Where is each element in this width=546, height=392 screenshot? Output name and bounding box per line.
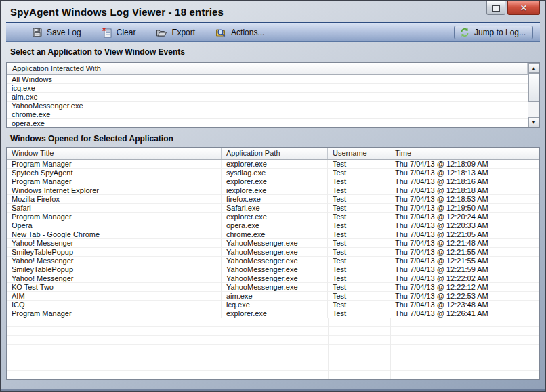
application-list-item[interactable]: All Windows xyxy=(7,75,528,84)
save-log-label: Save Log xyxy=(47,28,81,37)
cell-username: Test xyxy=(328,160,390,169)
windows-section-heading: Windows Opened for Selected Application xyxy=(6,130,540,147)
cell-window-title: Yahoo! Messenger xyxy=(7,274,222,283)
cell-time: Thu 7/04/13 @ 12:20:24 AM xyxy=(390,213,539,221)
application-list-body: All Windowsicq.exeaim.exeYahooMessenger.… xyxy=(7,75,528,127)
cell-window-title: AIM xyxy=(7,292,222,301)
table-row[interactable]: Yahoo! Messenger YahooMessenger.exe Test… xyxy=(7,239,539,248)
cell-time: Thu 7/04/13 @ 12:18:16 AM xyxy=(390,177,539,186)
save-log-icon xyxy=(32,27,43,38)
table-row[interactable]: SmileyTablePopup YahooMessenger.exe Test… xyxy=(7,248,539,257)
cell-window-title: ICQ xyxy=(7,301,222,309)
cell-username: Test xyxy=(328,239,390,248)
column-header-window-title[interactable]: Window Title xyxy=(7,148,222,159)
application-list-item[interactable]: icq.exe xyxy=(7,84,528,93)
cell-window-title: Spytech SpyAgent xyxy=(7,169,222,177)
application-list-scrollbar[interactable]: ▲ ▼ xyxy=(528,63,539,127)
applications-heading-text: Select an Application to View Window Eve… xyxy=(10,47,185,57)
cell-time: Thu 7/04/13 @ 12:26:41 AM xyxy=(390,309,539,318)
table-row[interactable]: Program Manager explorer.exe Test Thu 7/… xyxy=(7,177,539,186)
column-header-username[interactable]: Username xyxy=(328,148,390,159)
table-row[interactable]: Opera opera.exe Test Thu 7/04/13 @ 12:20… xyxy=(7,221,539,230)
jump-to-log-icon xyxy=(460,28,469,37)
close-button[interactable]: ✕ xyxy=(507,1,540,15)
table-row[interactable]: Program Manager explorer.exe Test Thu 7/… xyxy=(7,160,539,169)
save-log-button[interactable]: Save Log xyxy=(32,27,81,38)
cell-window-title: Opera xyxy=(7,221,222,230)
table-row[interactable]: Windows Internet Explorer iexplore.exe T… xyxy=(7,186,539,195)
column-header-time[interactable]: Time xyxy=(390,148,539,159)
cell-time: Thu 7/04/13 @ 12:22:12 AM xyxy=(390,283,539,292)
cell-window-title: Program Manager xyxy=(7,309,222,318)
table-row[interactable]: New Tab - Google Chrome chrome.exe Test … xyxy=(7,230,539,239)
table-row[interactable]: Program Manager explorer.exe Test Thu 7/… xyxy=(7,309,539,318)
cell-username: Test xyxy=(328,283,390,292)
cell-application-path: iexplore.exe xyxy=(222,186,328,195)
table-row[interactable]: Spytech SpyAgent sysdiag.exe Test Thu 7/… xyxy=(7,169,539,177)
cell-application-path: YahooMessenger.exe xyxy=(222,248,328,257)
table-row[interactable]: Safari Safari.exe Test Thu 7/04/13 @ 12:… xyxy=(7,204,539,213)
restore-button[interactable] xyxy=(486,1,505,15)
scroll-up-button[interactable]: ▲ xyxy=(528,63,539,73)
cell-username: Test xyxy=(328,309,390,318)
scroll-down-button[interactable]: ▼ xyxy=(528,117,539,127)
cell-time: Thu 7/04/13 @ 12:21:05 AM xyxy=(390,230,539,239)
cell-time: Thu 7/04/13 @ 12:22:53 AM xyxy=(390,292,539,301)
cell-application-path: Safari.exe xyxy=(222,204,328,213)
application-list-item[interactable]: chrome.exe xyxy=(7,110,528,119)
scroll-up-icon: ▲ xyxy=(532,66,537,70)
cell-username: Test xyxy=(328,169,390,177)
column-header-application-path[interactable]: Application Path xyxy=(222,148,328,159)
application-list-item[interactable]: YahooMessenger.exe xyxy=(7,102,528,110)
cell-time: Thu 7/04/13 @ 12:22:02 AM xyxy=(390,274,539,283)
application-list-item[interactable]: opera.exe xyxy=(7,119,528,127)
table-row[interactable]: Program Manager explorer.exe Test Thu 7/… xyxy=(7,213,539,221)
clear-button[interactable]: Clear xyxy=(102,27,136,38)
cell-time: Thu 7/04/13 @ 12:19:50 AM xyxy=(390,204,539,213)
cell-username: Test xyxy=(328,265,390,274)
cell-username: Test xyxy=(328,213,390,221)
table-empty-area xyxy=(7,318,539,379)
cell-username: Test xyxy=(328,292,390,301)
cell-time: Thu 7/04/13 @ 12:18:53 AM xyxy=(390,195,539,204)
cell-window-title: Yahoo! Messenger xyxy=(7,239,222,248)
scroll-thumb[interactable] xyxy=(528,73,539,102)
cell-window-title: Yahoo! Messenger xyxy=(7,257,222,265)
cell-time: Thu 7/04/13 @ 12:23:48 AM xyxy=(390,301,539,309)
cell-window-title: SmileyTablePopup xyxy=(7,248,222,257)
cell-username: Test xyxy=(328,248,390,257)
cell-application-path: sysdiag.exe xyxy=(222,169,328,177)
cell-application-path: YahooMessenger.exe xyxy=(222,283,328,292)
actions-button[interactable]: Actions... xyxy=(215,27,264,38)
cell-time: Thu 7/04/13 @ 12:20:33 AM xyxy=(390,221,539,230)
cell-window-title: Mozilla Firefox xyxy=(7,195,222,204)
app-window: SpyAgent Windows Log Viewer - 18 entries… xyxy=(0,0,546,392)
scroll-down-icon: ▼ xyxy=(532,120,537,125)
table-row[interactable]: KO Test Two YahooMessenger.exe Test Thu … xyxy=(7,283,539,292)
table-row[interactable]: Mozilla Firefox firefox.exe Test Thu 7/0… xyxy=(7,195,539,204)
actions-label: Actions... xyxy=(231,28,264,37)
cell-application-path: icq.exe xyxy=(222,301,328,309)
clear-label: Clear xyxy=(117,28,136,37)
table-row[interactable]: SmileyTablePopup YahooMessenger.exe Test… xyxy=(7,265,539,274)
cell-username: Test xyxy=(328,186,390,195)
jump-to-log-button[interactable]: Jump to Log... xyxy=(454,26,533,39)
clear-icon xyxy=(102,27,112,38)
cell-application-path: explorer.exe xyxy=(222,309,328,318)
cell-window-title: SmileyTablePopup xyxy=(7,265,222,274)
cell-username: Test xyxy=(328,274,390,283)
cell-username: Test xyxy=(328,195,390,204)
application-list-item[interactable]: aim.exe xyxy=(7,93,528,102)
table-row[interactable]: Yahoo! Messenger YahooMessenger.exe Test… xyxy=(7,257,539,265)
cell-window-title: Program Manager xyxy=(7,177,222,186)
cell-window-title: New Tab - Google Chrome xyxy=(7,230,222,239)
application-list-column-header[interactable]: Application Interacted With xyxy=(7,63,528,75)
cell-time: Thu 7/04/13 @ 12:21:55 AM xyxy=(390,248,539,257)
windows-table-body: Program Manager explorer.exe Test Thu 7/… xyxy=(7,160,539,318)
table-row[interactable]: AIM aim.exe Test Thu 7/04/13 @ 12:22:53 … xyxy=(7,292,539,301)
export-button[interactable]: Export xyxy=(156,27,195,38)
cell-username: Test xyxy=(328,204,390,213)
cell-application-path: explorer.exe xyxy=(222,160,328,169)
table-row[interactable]: Yahoo! Messenger YahooMessenger.exe Test… xyxy=(7,274,539,283)
table-row[interactable]: ICQ icq.exe Test Thu 7/04/13 @ 12:23:48 … xyxy=(7,301,539,309)
